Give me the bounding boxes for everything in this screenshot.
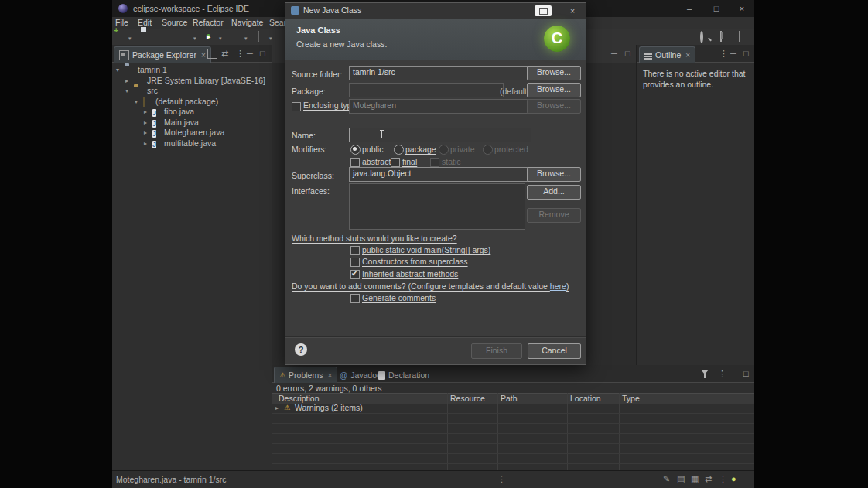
minimize-panel-icon[interactable]: ─ [247,48,253,59]
abstract-checkbox[interactable] [350,158,360,167]
open-perspective-icon[interactable] [720,32,722,41]
dialog-minimize-button[interactable]: – [506,3,529,19]
annotation-icon[interactable]: ✎ [663,474,670,484]
radio-package[interactable] [394,145,404,155]
chevron-down-icon[interactable]: ▾ [116,65,119,75]
tab-outline[interactable]: Outline × [639,46,695,63]
minimize-editor-icon[interactable]: ─ [611,48,617,59]
abstract-label[interactable]: abstract [362,157,391,166]
coverage-caret-icon[interactable]: ▾ [244,36,248,42]
radio-package-label[interactable]: package [405,145,436,154]
generate-comments-checkbox[interactable] [350,294,360,303]
sync-icon[interactable]: ⇄ [705,474,712,484]
final-checkbox[interactable] [391,158,400,167]
tree-item-default-package[interactable]: ▾ (default package) [112,97,272,107]
stub-main-label[interactable]: public static void main(String[] args) [362,245,490,254]
maximize-panel-icon[interactable]: □ [260,48,265,59]
superclass-browse-button[interactable]: Browse... [527,167,581,182]
package-field[interactable] [349,83,504,97]
tips-lightbulb-icon[interactable]: ● [731,474,736,483]
sash-handle-icon[interactable]: ⋮ [497,474,506,484]
radio-public[interactable] [350,145,361,155]
view-menu-icon[interactable]: ⋮ [236,48,244,59]
package-explorer-icon [119,50,129,60]
tree-item-project[interactable]: ▾ tamrin 1 [112,65,272,75]
minimize-panel-icon[interactable]: ─ [730,48,736,59]
maximize-panel-icon[interactable]: □ [743,48,749,59]
run-caret-icon[interactable]: ▾ [219,36,222,42]
tree-item-label: Motegharen.java [164,128,224,138]
tree-item-src[interactable]: ▾ src [112,86,272,96]
source-folder-browse-button[interactable]: Browse... [527,66,581,80]
menu-source[interactable]: Source [162,18,187,27]
tab-package-explorer-label: Package Explorer [132,50,196,60]
filter-icon[interactable] [701,370,710,378]
new-wizard-caret-icon[interactable]: ▾ [128,36,132,42]
chevron-down-icon[interactable]: ▾ [135,97,138,107]
stub-inherited-label[interactable]: Inherited abstract methods [362,269,458,278]
tab-close-icon[interactable]: × [201,51,206,60]
collapse-all-icon[interactable]: − [207,49,217,59]
enclosing-type-field[interactable]: Motegharen [349,99,531,114]
menu-edit[interactable]: Edit [138,18,152,27]
radio-public-label[interactable]: public [362,145,383,154]
tab-problems[interactable]: ⚠ Problems × [274,367,337,383]
tree-item-motegharen[interactable]: ▸ J Motegharen.java [112,128,272,138]
chevron-right-icon[interactable]: ▸ [144,138,147,148]
stub-constructors-checkbox[interactable] [350,258,360,267]
dialog-titlebar: New Java Class – × [285,3,586,19]
minimize-panel-icon[interactable]: ─ [730,368,736,379]
java-perspective-icon[interactable] [739,32,740,41]
external-tools-icon[interactable] [258,32,259,41]
external-tools-caret-icon[interactable]: ▾ [269,36,272,42]
final-label[interactable]: final [402,157,417,166]
view-menu-icon[interactable]: ⋮ [718,368,726,379]
search-icon[interactable] [700,32,703,42]
window-close-button[interactable]: × [730,0,754,17]
comments-here-link[interactable]: here [550,282,566,291]
package-browse-button[interactable]: Browse... [527,83,581,97]
warnings-group-row[interactable]: ▸ ⚠ Warnings (2 items) [272,403,754,414]
debug-caret-icon[interactable]: ▾ [193,36,196,42]
chevron-down-icon[interactable]: ▾ [125,86,128,96]
window-maximize-button[interactable]: □ [704,0,729,17]
chevron-right-icon[interactable]: ▸ [144,107,147,117]
interfaces-add-button[interactable]: Add... [527,185,581,200]
menu-navigate[interactable]: Navigate [231,18,263,27]
console-icon[interactable]: ▤ [677,474,685,484]
enclosing-type-checkbox[interactable] [292,102,301,111]
maximize-panel-icon[interactable]: □ [743,368,749,379]
dialog-close-button[interactable]: × [561,3,584,19]
source-folder-field[interactable]: tamrin 1/src [349,66,531,80]
generate-comments-label[interactable]: Generate comments [362,293,436,302]
dialog-maximize-button[interactable] [535,5,552,16]
help-button[interactable]: ? [295,343,307,356]
chevron-right-icon[interactable]: ▸ [144,128,147,138]
maximize-editor-icon[interactable]: □ [625,48,630,59]
stub-inherited-checkbox[interactable] [350,270,360,279]
name-field[interactable] [349,128,531,142]
tab-close-icon[interactable]: × [685,51,690,60]
cancel-button[interactable]: Cancel [528,343,581,359]
tab-package-explorer[interactable]: Package Explorer × [114,46,211,63]
run-icon[interactable]: ▶ [207,31,210,43]
interfaces-list[interactable] [349,183,525,230]
tab-declaration[interactable]: Declaration [373,367,435,383]
view-menu-icon[interactable]: ⋮ [719,48,728,59]
chevron-right-icon[interactable]: ▸ [275,403,279,413]
menu-refactor[interactable]: Refactor [193,18,224,27]
chevron-right-icon[interactable]: ▸ [125,76,128,86]
stub-constructors-label[interactable]: Constructors from superclass [362,257,468,266]
link-with-editor-icon[interactable]: ⇄ [221,48,228,59]
tree-item-main[interactable]: ▸ J Main.java [112,118,272,128]
tree-item-fibo[interactable]: ▸ J fibo.java [112,107,272,117]
tasks-icon[interactable]: ▦ [691,474,699,484]
tree-item-multitable[interactable]: ▸ J multitable.java [112,138,272,148]
overflow-icon[interactable]: ⋮ [719,474,727,484]
superclass-field[interactable]: java.lang.Object [349,167,531,182]
window-minimize-button[interactable]: – [677,0,702,17]
javadoc-icon: @ [340,371,347,380]
tab-close-icon[interactable]: × [327,371,332,380]
chevron-right-icon[interactable]: ▸ [144,118,147,128]
stub-main-checkbox[interactable] [350,246,360,255]
